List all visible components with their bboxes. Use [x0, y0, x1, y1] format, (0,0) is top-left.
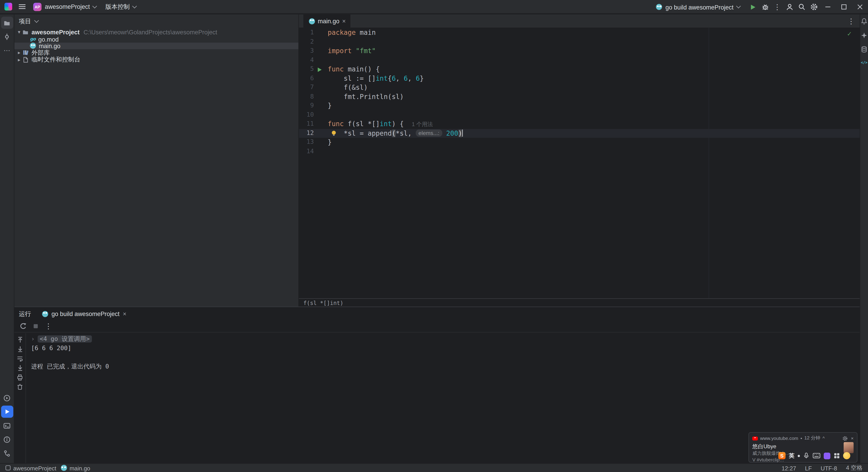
database-button[interactable] — [861, 46, 867, 53]
code-line[interactable]: 3import "fmt" — [299, 46, 860, 56]
close-run-tab-icon[interactable]: × — [123, 310, 126, 317]
more-actions-button[interactable]: ⋮ — [771, 0, 783, 14]
vcs-widget[interactable]: 版本控制 — [105, 2, 136, 11]
down-arrow-button[interactable] — [16, 345, 24, 352]
code-editor[interactable]: 1package main23import "fmt"45func main()… — [299, 28, 860, 298]
code-line[interactable]: 4 — [299, 56, 860, 65]
code-text[interactable]: import "fmt" — [328, 46, 376, 56]
line-number[interactable]: 3 — [299, 46, 314, 56]
stop-button[interactable] — [33, 323, 39, 329]
line-number[interactable]: 10 — [299, 110, 314, 119]
debug-button[interactable] — [759, 0, 771, 14]
ime-emoji-icon[interactable] — [843, 452, 850, 459]
run-console[interactable]: ›<4 go 设置调用>[6 6 6 200] 进程 已完成，退出代码为 0 — [26, 333, 860, 463]
notifications-bell-button[interactable] — [861, 18, 867, 25]
status-file-widget[interactable]: main.go — [60, 465, 90, 471]
code-line[interactable]: 9} — [299, 101, 860, 110]
intention-bulb-icon[interactable] — [331, 130, 337, 136]
line-number[interactable]: 8 — [299, 92, 314, 101]
line-number[interactable]: 6 — [299, 74, 314, 83]
terminal-tool-button[interactable] — [1, 419, 13, 432]
indent-widget[interactable]: 4 空格 — [846, 464, 863, 472]
user-account-button[interactable] — [783, 0, 796, 14]
ime-skin-icon[interactable] — [824, 452, 830, 459]
more-tool-windows-button[interactable]: ⋯ — [1, 44, 13, 57]
code-text[interactable]: } — [328, 138, 332, 147]
chevron-down-icon[interactable] — [34, 18, 39, 23]
line-number[interactable]: 5 — [299, 65, 314, 74]
clear-console-button[interactable] — [16, 383, 24, 390]
rerun-button[interactable] — [20, 322, 27, 330]
minimize-button[interactable] — [820, 0, 836, 14]
project-widget[interactable]: AP awesomeProject — [33, 2, 96, 11]
code-text[interactable]: } — [328, 101, 332, 110]
run-button[interactable] — [747, 0, 759, 14]
code-text[interactable]: func f(sl *[]int) { 1 个用法 — [328, 120, 433, 129]
caret-position-widget[interactable]: 12:27 — [782, 465, 796, 471]
print-button[interactable] — [16, 373, 24, 381]
close-window-button[interactable] — [852, 0, 868, 14]
code-line[interactable]: 5func main() { — [299, 65, 860, 74]
line-number[interactable]: 2 — [299, 37, 314, 46]
toast-collapse-icon[interactable]: ^ — [823, 435, 825, 441]
maximize-button[interactable] — [836, 0, 852, 14]
code-text[interactable]: package main — [328, 28, 376, 37]
line-number[interactable]: 9 — [299, 101, 314, 110]
ime-cursor-dot-icon[interactable] — [798, 454, 800, 457]
run-configuration-selector[interactable]: go build awesomeProject — [655, 4, 740, 10]
line-number[interactable]: 7 — [299, 83, 314, 92]
main-menu-button[interactable] — [18, 3, 26, 10]
tree-item-gomod[interactable]: go go.mod — [14, 36, 298, 42]
code-text[interactable]: *sl = append(*sl, elems...: 200) — [328, 129, 463, 138]
search-everywhere-button[interactable] — [796, 0, 808, 14]
code-line[interactable]: 10 — [299, 110, 860, 119]
line-number[interactable]: 14 — [299, 147, 314, 156]
code-text[interactable]: fmt.Println(sl) — [328, 92, 404, 101]
endpoints-button[interactable]: </> — [861, 60, 867, 65]
project-tool-button[interactable] — [1, 17, 13, 29]
scroll-to-end-button[interactable] — [16, 364, 24, 371]
line-number[interactable]: 1 — [299, 28, 314, 37]
ai-assistant-button[interactable] — [861, 32, 867, 39]
close-tab-icon[interactable]: × — [342, 18, 346, 24]
tree-item-scratches[interactable]: ▸ 临时文件和控制台 — [14, 56, 298, 63]
code-line[interactable]: 13} — [299, 138, 860, 147]
chevron-collapsed-icon[interactable]: ▸ — [16, 57, 22, 62]
services-tool-button[interactable] — [1, 392, 13, 404]
encoding-widget[interactable]: UTF-8 — [821, 465, 837, 471]
run-more-options-button[interactable]: ⋮ — [45, 322, 52, 330]
line-number[interactable]: 12 — [299, 129, 314, 138]
status-project-widget[interactable]: awesomeProject — [5, 465, 56, 471]
tree-item-external-libraries[interactable]: ▸ 外部库 — [14, 49, 298, 56]
soft-wrap-button[interactable] — [16, 355, 24, 362]
ime-language-indicator[interactable]: 英 — [789, 452, 794, 460]
run-gutter-icon[interactable] — [318, 67, 322, 72]
up-arrow-button[interactable] — [16, 336, 24, 343]
code-line[interactable]: 1package main — [299, 28, 860, 37]
chevron-collapsed-icon[interactable]: ▸ — [16, 50, 22, 55]
code-line[interactable]: 11func f(sl *[]int) { 1 个用法 — [299, 120, 860, 129]
breadcrumb[interactable]: f(sl *[]int) — [303, 300, 343, 306]
editor-tab-maingo[interactable]: main.go × — [303, 14, 350, 28]
run-tool-button[interactable] — [1, 406, 13, 418]
toast-close-icon[interactable]: × — [851, 435, 854, 441]
line-number[interactable]: 11 — [299, 120, 314, 129]
tree-item-project-root[interactable]: ▾ awesomeProject C:\Users\meowr\GolandPr… — [14, 29, 298, 35]
code-line[interactable]: 12 *sl = append(*sl, elems...: 200) — [299, 129, 860, 138]
code-line[interactable]: 14 — [299, 147, 860, 156]
git-branch-tool-button[interactable] — [1, 447, 13, 459]
code-line[interactable]: 8 fmt.Println(sl) — [299, 92, 860, 101]
tree-item-maingo[interactable]: main.go — [14, 42, 298, 49]
ime-grid-menu-icon[interactable] — [834, 452, 840, 459]
line-number[interactable]: 13 — [299, 138, 314, 147]
keyboard-icon[interactable] — [813, 452, 820, 459]
toast-settings-gear-icon[interactable] — [842, 436, 847, 441]
chevron-expanded-icon[interactable]: ▾ — [16, 29, 22, 35]
folded-setup-calls[interactable]: <4 go 设置调用> — [37, 335, 92, 343]
line-number[interactable]: 4 — [299, 56, 314, 65]
code-line[interactable]: 2 — [299, 37, 860, 46]
code-line[interactable]: 7 f(&sl) — [299, 83, 860, 92]
microphone-icon[interactable] — [803, 452, 809, 459]
fold-toggle-icon[interactable]: › — [31, 335, 35, 343]
code-text[interactable]: sl := []int{6, 6, 6} — [328, 74, 424, 83]
